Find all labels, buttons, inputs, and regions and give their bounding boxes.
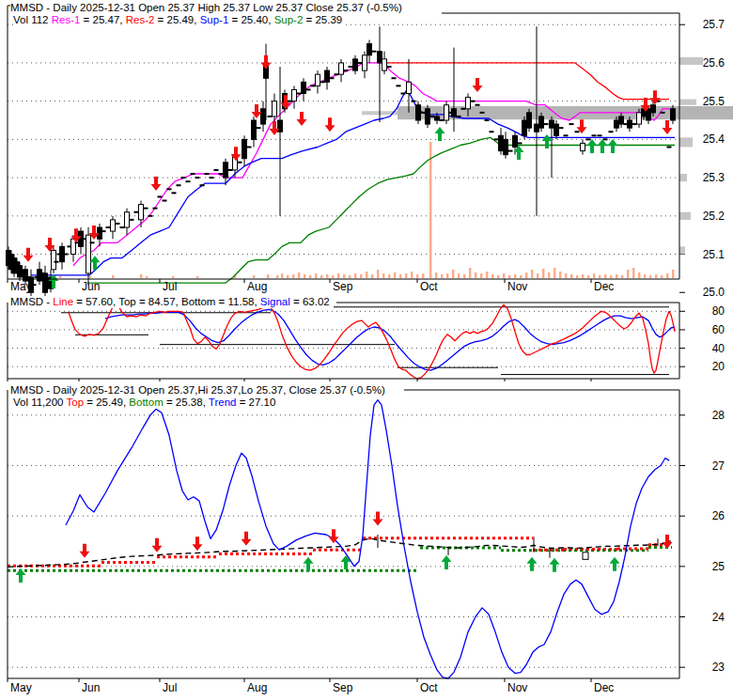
close-dash xyxy=(490,131,494,132)
volume-bar xyxy=(587,275,589,278)
sell-arrow xyxy=(193,537,203,551)
buy-arrow xyxy=(587,139,598,153)
candle-body xyxy=(647,109,651,120)
volume-bar xyxy=(320,275,322,278)
buy-arrow xyxy=(341,555,351,569)
buy-arrow xyxy=(435,127,445,141)
trend-indicator-part: Bottom xyxy=(129,397,163,408)
candle-body xyxy=(416,105,421,120)
oscillator-indicator-part: = 63.02 xyxy=(290,296,330,307)
close-dash xyxy=(372,51,377,53)
close-dash xyxy=(632,123,637,125)
buy-arrow xyxy=(598,139,608,153)
y-tick-label: 80 xyxy=(712,304,725,318)
month-label: Jun xyxy=(82,681,100,694)
candle-body xyxy=(581,143,585,150)
month-label: Nov xyxy=(507,280,527,293)
close-dash xyxy=(205,173,210,175)
month-label: May xyxy=(10,280,32,293)
buy-arrow xyxy=(90,256,101,270)
candle-body xyxy=(252,120,257,139)
oscillator-indicator-part: Line xyxy=(53,296,73,307)
volume-bar xyxy=(360,274,362,278)
volume-bar xyxy=(497,275,499,278)
sell-arrow xyxy=(373,511,383,525)
price-indicator-part: = 25.40, xyxy=(228,14,273,25)
sell-arrow xyxy=(23,248,34,262)
volume-bar xyxy=(520,275,522,278)
close-dash xyxy=(257,127,261,129)
close-dash xyxy=(609,131,614,132)
candle-body xyxy=(619,117,624,124)
y-tick-label: 23 xyxy=(712,661,725,674)
close-dash xyxy=(569,123,574,125)
y-tick-label: 25 xyxy=(712,560,725,573)
candle-body xyxy=(651,105,656,113)
volume-bar xyxy=(276,275,278,278)
y-tick-label: 26 xyxy=(712,509,725,522)
close-dash xyxy=(153,208,158,210)
month-label: Aug xyxy=(247,681,267,694)
volume-by-price-stub xyxy=(679,57,703,65)
hollow-candle xyxy=(583,552,588,560)
close-dash xyxy=(575,131,580,132)
close-dash xyxy=(64,254,69,256)
price-indicator-part: Sup-1 xyxy=(200,14,229,25)
close-dash xyxy=(494,138,499,140)
close-dash xyxy=(116,223,120,225)
price-indicator-part: = 25.49, xyxy=(154,14,199,25)
candle-body xyxy=(353,59,358,70)
volume-bar xyxy=(267,274,269,278)
month-label: Dec xyxy=(594,681,614,694)
volume-bar xyxy=(399,274,401,278)
oscillator-panel-title: MMSD - Line = 57.60, Top = 84.57, Bottom… xyxy=(10,296,334,308)
month-label: Oct xyxy=(420,681,438,694)
volume-bar xyxy=(632,268,634,278)
month-label: Aug xyxy=(247,280,267,293)
candle-body xyxy=(407,82,412,93)
volume-bar xyxy=(435,272,437,278)
trend-panel-indicator-values: Vol 11,200 Top = 25.49, Bottom = 25.38, … xyxy=(13,397,279,409)
volume-bar xyxy=(621,275,623,278)
candle-body xyxy=(43,273,48,292)
volume-bar xyxy=(287,275,289,278)
close-dash xyxy=(247,147,252,148)
month-label: Sep xyxy=(333,681,353,694)
sell-arrow xyxy=(80,544,90,558)
close-dash xyxy=(387,66,392,68)
close-dash xyxy=(297,93,302,95)
close-dash xyxy=(172,192,177,194)
volume-bar xyxy=(582,274,584,278)
close-dash xyxy=(134,211,139,213)
volume-bar xyxy=(196,276,198,278)
candle-body xyxy=(435,117,440,120)
volume-bar xyxy=(475,272,476,278)
price-indicator-part: Sup-2 xyxy=(274,14,304,25)
volume-bar xyxy=(371,274,373,278)
candle-body xyxy=(111,220,116,231)
volume-bar xyxy=(672,270,674,278)
y-tick-label: 20 xyxy=(712,360,725,373)
month-label: Nov xyxy=(507,681,527,694)
sell-arrow xyxy=(252,104,262,118)
price-indicator-part: Res-1 xyxy=(52,14,81,25)
y-tick-label: 25.6 xyxy=(703,56,725,70)
volume-bar xyxy=(304,274,305,278)
volume-bar xyxy=(172,276,174,278)
volume-bar xyxy=(326,274,328,278)
volume-bar xyxy=(593,273,595,278)
close-dash xyxy=(219,173,224,175)
sell-arrow xyxy=(151,177,162,191)
close-dash xyxy=(106,226,111,228)
price-indicator-part: Vol 112 xyxy=(13,14,52,25)
volume-bar xyxy=(253,275,255,278)
close-dash xyxy=(306,88,311,90)
chart-workspace: { "panel1": { "title": "MMSD - Daily 202… xyxy=(0,0,733,700)
line-res-1 xyxy=(73,63,675,266)
close-dash xyxy=(421,112,426,114)
line-res-2 xyxy=(383,63,669,100)
volume-bar xyxy=(565,273,567,278)
close-dash xyxy=(508,150,513,152)
close-dash xyxy=(544,123,549,125)
trend-panel-title: MMSD - Daily 2025-12-31 Open 25.37,Hi 25… xyxy=(10,384,389,397)
